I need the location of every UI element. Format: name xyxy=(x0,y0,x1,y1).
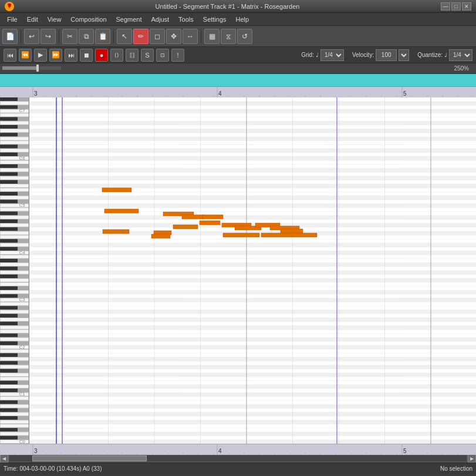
velocity-select[interactable]: ▼ xyxy=(399,49,409,61)
scroll-track[interactable] xyxy=(9,455,467,461)
bottom-ruler xyxy=(0,444,476,454)
scroll-left-button[interactable]: ◀ xyxy=(0,454,8,463)
status-bar: Time: 004-03-00-00 (10.434s) A0 (33) No … xyxy=(0,463,476,474)
status-selection: No selection xyxy=(440,465,472,472)
forward-end-button[interactable]: ⏭ xyxy=(65,49,77,62)
menu-segment[interactable]: Segment xyxy=(112,15,147,24)
velocity-tool[interactable]: ▦ xyxy=(204,29,220,44)
window-controls[interactable]: — □ ✕ xyxy=(441,2,471,11)
minimize-button[interactable]: — xyxy=(441,2,450,11)
zoom-bar: 250% xyxy=(0,63,476,74)
quantize-select[interactable]: 1/4 xyxy=(449,49,472,61)
velocity-input[interactable]: 100 xyxy=(376,49,397,61)
menu-bar: File Edit View Composition Segment Adjus… xyxy=(0,13,476,26)
stop-button[interactable]: ⏹ xyxy=(80,49,93,62)
fast-forward-button[interactable]: ⏩ xyxy=(49,49,62,62)
menu-adjust[interactable]: Adjust xyxy=(147,15,174,24)
loop-in-button[interactable]: ⟨⟩ xyxy=(110,49,123,62)
top-ruler xyxy=(0,87,476,97)
menu-file[interactable]: File xyxy=(2,15,22,24)
ruler-canvas xyxy=(0,87,476,97)
scroll-right-button[interactable]: ▶ xyxy=(468,454,476,463)
piano-canvas xyxy=(0,97,29,444)
resize-tool[interactable]: ↔ xyxy=(183,29,198,44)
window-title: Untitled - Segment Track #1 - Matrix - R… xyxy=(14,3,441,10)
menu-edit[interactable]: Edit xyxy=(22,15,43,24)
pencil-tool[interactable]: ✏ xyxy=(133,29,148,44)
undo-button[interactable]: ↩ xyxy=(24,29,39,44)
velocity-label: Velocity: xyxy=(352,52,374,58)
paste-button[interactable]: 📋 xyxy=(95,29,110,44)
scroll-thumb[interactable] xyxy=(32,455,147,461)
select-tool[interactable]: ↖ xyxy=(117,29,132,44)
grid-select[interactable]: 1/4 xyxy=(320,49,344,61)
app-logo: 🌹 xyxy=(5,2,14,11)
grid-label: Grid: xyxy=(301,52,314,58)
move-tool[interactable]: ✥ xyxy=(166,29,181,44)
play-button[interactable]: ▶ xyxy=(34,49,47,62)
close-button[interactable]: ✕ xyxy=(462,2,471,11)
rewind-button[interactable]: ⏪ xyxy=(19,49,32,62)
cut-button[interactable]: ✂ xyxy=(62,29,77,44)
editor-area xyxy=(0,97,476,444)
toolbar: 📄 ↩ ↪ ✂ ⧉ 📋 ↖ ✏ ◻ ✥ ↔ ▦ ⧖ ↺ xyxy=(0,26,476,47)
grid-note-icon: ♩ xyxy=(316,52,319,58)
quantize-label: Quantize: xyxy=(417,52,443,58)
title-bar: 🌹 Untitled - Segment Track #1 - Matrix -… xyxy=(0,0,476,13)
segment-bar xyxy=(0,74,476,87)
zoom-percent: 250% xyxy=(454,65,469,72)
metronome-button[interactable]: ! xyxy=(171,49,184,62)
menu-help[interactable]: Help xyxy=(231,15,254,24)
grid-control: Grid: ♩ 1/4 xyxy=(301,49,344,61)
rewind-start-button[interactable]: ⏮ xyxy=(4,49,16,62)
filter-button[interactable]: ⧖ xyxy=(221,29,236,44)
toolbar-sep-4 xyxy=(201,30,201,43)
status-time: Time: 004-03-00-00 (10.434s) A0 (33) xyxy=(4,465,102,472)
toolbar-sep-3 xyxy=(113,30,114,43)
velocity-control: Velocity: 100 ▼ xyxy=(352,49,409,61)
record-button[interactable]: ● xyxy=(95,49,108,62)
transport-bar: ⏮ ⏪ ▶ ⏩ ⏭ ⏹ ● ⟨⟩ ⟦⟧ S ⊡ ! Grid: ♩ 1/4 Ve… xyxy=(0,47,476,63)
toolbar-sep-2 xyxy=(59,30,59,43)
zoom-slider[interactable] xyxy=(2,65,61,73)
loop-button[interactable]: ↺ xyxy=(237,29,252,44)
bottom-ruler-canvas xyxy=(0,444,476,455)
quantize-control: Quantize: ♩ 1/4 xyxy=(417,49,472,61)
eraser-tool[interactable]: ◻ xyxy=(150,29,165,44)
punch-button[interactable]: ⊡ xyxy=(156,49,169,62)
menu-tools[interactable]: Tools xyxy=(174,15,198,24)
horizontal-scrollbar[interactable]: ◀ ▶ xyxy=(0,454,476,463)
menu-composition[interactable]: Composition xyxy=(66,15,111,24)
solo-button[interactable]: S xyxy=(141,49,154,62)
new-button[interactable]: 📄 xyxy=(2,29,18,44)
note-grid[interactable] xyxy=(29,97,476,444)
menu-settings[interactable]: Settings xyxy=(198,15,231,24)
toolbar-sep-1 xyxy=(21,30,21,43)
redo-button[interactable]: ↪ xyxy=(40,29,56,44)
maximize-button[interactable]: □ xyxy=(451,2,461,11)
menu-view[interactable]: View xyxy=(43,15,66,24)
quantize-note-icon: ♩ xyxy=(444,52,447,58)
grid-canvas[interactable] xyxy=(29,97,476,444)
copy-button[interactable]: ⧉ xyxy=(79,29,94,44)
piano-keyboard xyxy=(0,97,29,444)
loop-out-button[interactable]: ⟦⟧ xyxy=(126,49,139,62)
